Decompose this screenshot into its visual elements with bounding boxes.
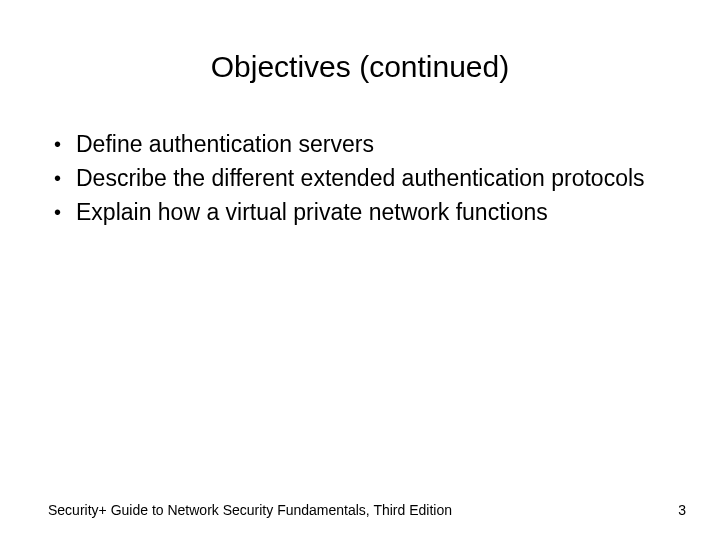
slide-content: Define authentication servers Describe t… <box>0 94 720 228</box>
slide-title: Objectives (continued) <box>0 0 720 94</box>
slide-footer: Security+ Guide to Network Security Fund… <box>0 502 720 518</box>
slide: Objectives (continued) Define authentica… <box>0 0 720 540</box>
page-number: 3 <box>678 502 686 518</box>
list-item: Define authentication servers <box>40 130 680 160</box>
list-item: Describe the different extended authenti… <box>40 164 680 194</box>
bullet-list: Define authentication servers Describe t… <box>40 130 680 228</box>
footer-source: Security+ Guide to Network Security Fund… <box>48 502 452 518</box>
list-item: Explain how a virtual private network fu… <box>40 198 680 228</box>
